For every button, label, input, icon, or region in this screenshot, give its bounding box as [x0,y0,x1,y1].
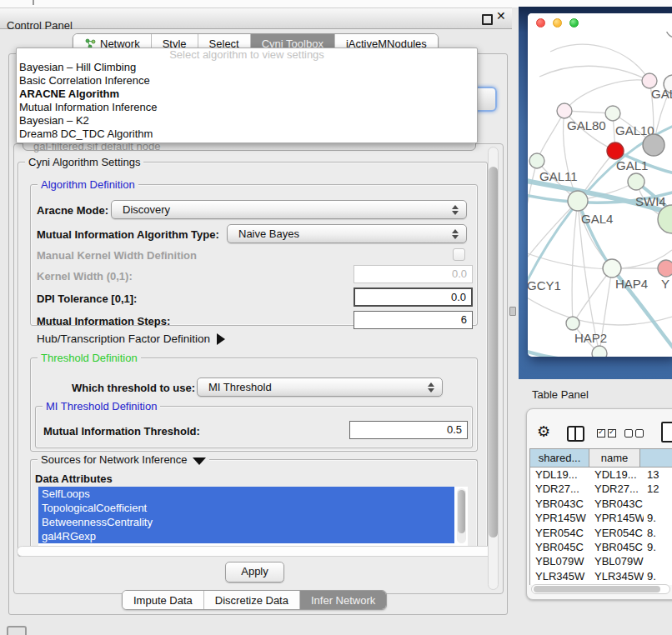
manual-kernel-label: Manual Kernel Width Definition [37,249,197,262]
network-node-gal4[interactable] [568,191,588,211]
mi-type-value: Naive Bayes [238,228,299,240]
mi-steps-field[interactable]: 6 [354,311,473,329]
table-row[interactable]: YLR345WYLR345W9. [530,569,672,583]
kernel-width-field[interactable]: 0.0 [354,265,473,283]
split-columns-icon[interactable] [567,426,584,442]
table-row[interactable]: YBR045CYBR045C9. [530,540,672,554]
network-node-hap4[interactable] [603,259,621,278]
sources-title-label: Sources for Network Inference [41,453,188,466]
table-cell: YER054C [530,526,591,540]
algorithm-option[interactable]: Bayesian – K2 [17,114,477,128]
zoom-traffic-light-icon[interactable] [569,18,579,28]
network-node[interactable] [607,142,624,159]
node-label: GAL11 [539,169,578,183]
table-row[interactable]: YDR27...YDR27...12 [530,482,672,496]
table-cell: 12 [644,482,672,496]
gear-icon[interactable]: ⚙ [537,422,550,441]
table-cell: YBL079W [530,554,591,568]
control-panel-titlebar: Control Panel [0,8,512,29]
mi-threshold-field[interactable]: 0.5 [349,421,468,439]
unchecked-box-icon[interactable] [624,429,633,438]
network-node-y[interactable] [658,260,672,277]
tab-label: Discretize Data [215,594,288,607]
hub-definition-toggle[interactable]: Hub/Transcription Factor Definition [37,332,225,345]
network-node-gal11[interactable] [529,153,544,168]
apply-button[interactable]: Apply [225,562,284,582]
table-horizontal-scrollbar-thumb[interactable] [534,586,660,592]
node-label: SWI4 [635,194,666,208]
table-cell: YBR043C [530,497,591,511]
network-node[interactable] [643,134,664,156]
sources-title[interactable]: Sources for Network Inference [38,453,209,466]
which-threshold-combo[interactable]: MI Threshold [197,378,443,397]
algorithm-dropdown-popup: Select algorithm to view settings Bayesi… [16,48,478,143]
network-window-titlebar[interactable] [528,13,672,32]
table-cell [644,554,672,568]
table-row[interactable]: YBR043CYBR043C [530,497,672,511]
combo-arrows-icon [428,382,434,393]
data-attributes-label: Data Attributes [35,472,113,485]
data-attributes-list[interactable]: SelfLoopsTopologicalCoefficientBetweenne… [38,487,468,546]
tab-infer-network[interactable]: Infer Network [299,591,386,609]
restore-icon[interactable] [482,14,493,25]
attributes-scrollbar-thumb[interactable] [458,490,465,533]
network-node[interactable] [592,346,607,357]
network-node-gal10[interactable] [605,106,620,121]
settings-scrollbar-thumb[interactable] [489,167,498,538]
table-row[interactable]: YER054CYER054C8. [530,526,672,540]
unchecked-box-icon[interactable] [635,429,644,438]
table-cell: YDL19... [591,468,644,482]
algorithm-option[interactable]: Dream8 DC_TDC Algorithm [17,128,477,141]
data-attribute-item[interactable]: SelfLoops [38,487,454,501]
algorithm-option[interactable]: Basic Correlation Inference [17,74,477,88]
mi-type-combo[interactable]: Naive Bayes [227,224,467,243]
network-node[interactable] [642,73,657,88]
table-row[interactable]: YPR145WYPR145W9. [530,511,672,525]
checked-box-icon[interactable] [608,429,616,438]
column-header-name[interactable]: name [589,449,640,467]
splitter-grip[interactable] [509,307,516,316]
network-node-gal80[interactable] [557,103,572,118]
cyni-mode-tabs: Impute Data Discretize Data Infer Networ… [122,590,387,610]
node-label: Y [661,277,669,291]
close-icon[interactable]: ✕ [496,9,506,22]
algorithm-option[interactable]: ARACNE Algorithm [17,88,477,101]
horizontal-scrollbar[interactable] [17,546,499,557]
aracne-mode-combo[interactable]: Discovery [111,200,467,219]
mi-type-label: Mutual Information Algorithm Type: [37,228,219,241]
close-traffic-light-icon[interactable] [536,18,545,28]
table-body: YDL19...YDL19...13YDR27...YDR27...12YBR0… [530,468,672,585]
node-label: HAP4 [615,277,648,291]
table-cell: YDR27... [591,482,644,496]
data-attribute-item[interactable]: BetweennessCentrality [38,515,454,529]
file-icon[interactable] [661,422,672,442]
minimize-traffic-light-icon[interactable] [553,18,562,28]
aracne-mode-value: Discovery [123,203,170,216]
data-attribute-item[interactable]: TopologicalCoefficient [38,501,454,515]
float-window-icon[interactable] [7,626,27,635]
column-header-shared-name[interactable]: shared... [530,449,589,467]
table-cell: YLR345W [530,569,591,583]
node-label: GAL80 [567,118,606,132]
tab-label: Infer Network [311,594,375,607]
table-cell: YDR27... [530,482,591,496]
network-node[interactable] [628,173,644,190]
tab-discretize-data[interactable]: Discretize Data [203,591,299,609]
manual-kernel-checkbox[interactable] [453,248,465,261]
network-canvas[interactable]: GALGAL80GAL10GAL1GAL11SWI4GAL4GCY1HAP4YH… [528,32,672,357]
data-attribute-item[interactable]: gal4RGexp [38,529,454,543]
dpi-tolerance-field[interactable]: 0.0 [354,288,473,307]
tab-impute-data[interactable]: Impute Data [123,591,203,609]
node-label: GCY1 [528,278,561,292]
column-header-partial[interactable] [640,449,672,467]
network-view-window[interactable]: GALGAL80GAL10GAL1GAL11SWI4GAL4GCY1HAP4YH… [528,13,672,357]
algorithm-combo-prompt: Select algorithm to view settings [17,48,477,61]
top-tick-mark [33,0,34,5]
algorithm-option[interactable]: Bayesian – Hill Climbing [17,61,477,74]
network-node[interactable] [666,32,672,38]
checked-box-icon[interactable] [597,429,605,438]
table-row[interactable]: YDL19...YDL19...13 [530,468,672,482]
algorithm-option[interactable]: Mutual Information Inference [17,101,477,114]
network-node-hap2[interactable] [566,317,579,330]
table-row[interactable]: YBL079WYBL079W [530,554,672,568]
